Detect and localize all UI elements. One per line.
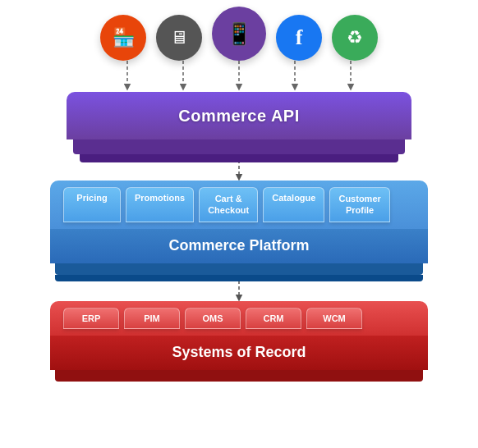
api-label: Commerce API xyxy=(67,92,411,139)
commerce-platform-layer: Pricing Promotions Cart &Checkout Catalo… xyxy=(50,181,428,275)
oms-card: OMS xyxy=(185,308,241,329)
pim-card: PIM xyxy=(124,308,180,329)
record-cards: ERP PIM OMS CRM WCM xyxy=(50,301,428,336)
systems-of-record-layer: ERP PIM OMS CRM WCM Systems of Record xyxy=(50,301,428,382)
green-icon: ♻ xyxy=(332,15,378,61)
cart-checkout-card: Cart &Checkout xyxy=(199,187,258,222)
architecture-diagram: 🏪 🖥 📱 f ♻ Commerce API xyxy=(9,7,469,441)
api-side-shadow xyxy=(73,139,405,154)
erp-card: ERP xyxy=(63,308,119,329)
record-side-shadow xyxy=(55,370,423,382)
icon-to-api-connectors xyxy=(99,61,379,92)
api-layer-text: Commerce API xyxy=(178,107,300,126)
record-label-text: Systems of Record xyxy=(172,344,306,361)
platform-label: Commerce Platform xyxy=(50,229,428,263)
record-label: Systems of Record xyxy=(50,336,428,370)
wcm-card: WCM xyxy=(306,308,362,329)
customer-profile-card: CustomerProfile xyxy=(329,187,389,222)
desktop-icon: 🖥 xyxy=(156,15,202,61)
platform-cards: Pricing Promotions Cart &Checkout Catalo… xyxy=(50,181,428,229)
mobile-icon: 📱 xyxy=(212,7,266,61)
platform-side-shadow xyxy=(55,263,423,275)
catalogue-card: Catalogue xyxy=(263,187,324,222)
promotions-card: Promotions xyxy=(126,187,194,222)
social-icon: f xyxy=(276,15,322,61)
channel-icons-row: 🏪 🖥 📱 f ♻ xyxy=(100,7,378,61)
crm-card: CRM xyxy=(246,308,301,329)
platform-label-text: Commerce Platform xyxy=(168,237,309,254)
pricing-card: Pricing xyxy=(63,187,121,222)
store-icon: 🏪 xyxy=(100,15,146,61)
commerce-api-layer: Commerce API xyxy=(67,92,411,154)
